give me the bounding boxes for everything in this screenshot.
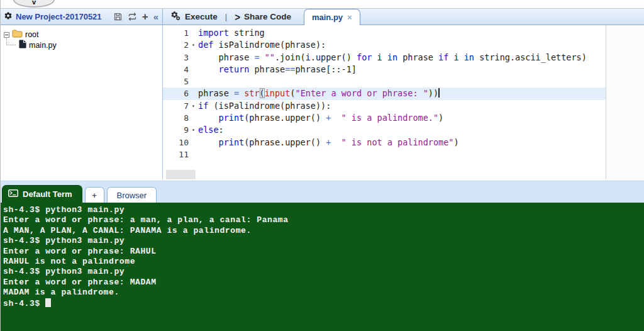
code-line[interactable]: 10 print(phrase.upper() + " is not a pal… — [163, 137, 606, 149]
gears-icon — [170, 11, 181, 23]
code-text: return phrase==phrase[::-1] — [198, 64, 606, 76]
terminal-tab-bar: Default Term + Browser — [1, 181, 644, 203]
terminal-line: Enter a word or phrase: RAHUL — [3, 247, 644, 257]
execute-label: Execute — [185, 12, 218, 21]
project-header: New Project-20170521 + « — [1, 9, 163, 25]
line-number[interactable]: 2 — [163, 39, 191, 51]
code-text: print(phrase.upper() + " is a palindrome… — [198, 112, 606, 124]
code-line[interactable]: 8 print(phrase.upper() + " is a palindro… — [163, 112, 606, 124]
collapse-left-icon[interactable]: « — [153, 12, 158, 22]
tree-file-label: main.py — [29, 41, 57, 50]
editor-toolbar: Execute | > Share Code main.py × — [163, 9, 644, 25]
file-tree-panel: root main.py — [1, 25, 163, 179]
collapse-minus-icon[interactable] — [4, 32, 9, 38]
code-line[interactable]: 5 — [163, 76, 606, 87]
fold-spacer — [191, 76, 198, 87]
code-text: else: — [198, 124, 606, 136]
tab-browser[interactable]: Browser — [107, 187, 157, 203]
terminal-line: sh-4.3$ — [3, 298, 644, 309]
tab-main-py[interactable]: main.py × — [304, 9, 360, 25]
terminal-icon — [8, 189, 18, 199]
fold-marker-icon[interactable]: ▾ — [191, 100, 198, 112]
code-line[interactable]: 6phrase = str(input("Enter a word or phr… — [163, 87, 606, 99]
terminal-cursor — [45, 298, 51, 307]
code-text: phrase = str(input("Enter a word or phra… — [198, 87, 606, 99]
code-text — [198, 149, 606, 160]
ide-window: v New Project-20170521 + « — [0, 0, 644, 331]
file-icon — [19, 40, 26, 50]
code-line[interactable]: 9▾else: — [163, 124, 606, 136]
line-number[interactable]: 1 — [163, 27, 191, 39]
share-arrow-icon: > — [235, 11, 240, 23]
line-number[interactable]: 10 — [163, 137, 191, 149]
code-text: if (isPalindrome(phrase)): — [198, 100, 606, 112]
terminal-output[interactable]: sh-4.3$ python3 main.pyEnter a word or p… — [1, 203, 644, 331]
terminal-line: Enter a word or phrase: MADAM — [3, 278, 644, 288]
line-number[interactable]: 4 — [163, 64, 191, 76]
line-number[interactable]: 6 — [163, 87, 191, 99]
bottom-panel: Default Term + Browser sh-4.3$ python3 m… — [1, 181, 644, 331]
terminal-line: RAHUL is not a palindrome — [3, 257, 644, 267]
tab-default-term[interactable]: Default Term — [2, 185, 82, 203]
fold-spacer — [191, 87, 198, 99]
terminal-line: MADAM is a palindrome. — [3, 288, 644, 298]
toolbar-separator: | — [225, 12, 227, 21]
terminal-line: sh-4.3$ python3 main.py — [3, 267, 644, 277]
code-text: def isPalindrome(phrase): — [198, 39, 606, 51]
code-line[interactable]: 4 return phrase==phrase[::-1] — [163, 64, 606, 76]
code-editor[interactable]: 1import string2▾def isPalindrome(phrase)… — [163, 25, 606, 179]
line-number[interactable]: 3 — [163, 52, 191, 64]
fold-marker-icon[interactable]: ▾ — [191, 124, 198, 136]
editor-scrollbar-area[interactable] — [606, 25, 644, 179]
line-number[interactable]: 5 — [163, 76, 191, 87]
editor-scroll-corner — [166, 170, 196, 179]
share-code-label: Share Code — [244, 12, 291, 21]
main-area: root main.py 1import string2▾def isPalin… — [1, 25, 644, 179]
fold-spacer — [191, 64, 198, 76]
tab-browser-label: Browser — [117, 191, 147, 200]
code-text: print(phrase.upper() + " is not a palind… — [198, 137, 606, 149]
tree-root-label: root — [25, 30, 39, 39]
tab-add-terminal[interactable]: + — [85, 187, 104, 203]
fold-spacer — [191, 149, 198, 160]
terminal-line: sh-4.3$ python3 main.py — [3, 205, 644, 215]
fold-spacer — [191, 137, 198, 149]
plus-icon: + — [92, 191, 97, 200]
tab-default-term-label: Default Term — [23, 189, 72, 199]
code-line[interactable]: 3 phrase = "".join(i.upper() for i in ph… — [163, 52, 606, 64]
terminal-line: A MAN, A PLAN, A CANAL: PANAMA is a pali… — [3, 226, 644, 236]
tree-item-main-py[interactable]: main.py — [6, 40, 162, 50]
line-number[interactable]: 8 — [163, 112, 191, 124]
code-line[interactable]: 7▾if (isPalindrome(phrase)): — [163, 100, 606, 112]
fold-spacer — [191, 27, 198, 39]
tree-item-root[interactable]: root — [4, 30, 162, 40]
terminal-line: Enter a word or phrase: a man, a plan, a… — [3, 215, 644, 225]
execute-button[interactable]: Execute — [170, 11, 218, 23]
save-icon[interactable] — [113, 12, 123, 21]
top-strip: v — [1, 0, 644, 8]
line-number[interactable]: 9 — [163, 124, 191, 136]
code-line[interactable]: 2▾def isPalindrome(phrase): — [163, 39, 606, 51]
close-icon[interactable]: × — [347, 14, 352, 21]
fold-spacer — [191, 112, 198, 124]
gear-icon[interactable] — [4, 11, 13, 23]
code-text — [198, 76, 606, 87]
code-line[interactable]: 11 — [163, 149, 606, 160]
text-cursor — [438, 88, 440, 98]
fold-spacer — [191, 52, 198, 64]
chevron-down-icon: v — [32, 0, 36, 6]
line-number[interactable]: 11 — [163, 149, 191, 160]
add-icon[interactable]: + — [142, 12, 148, 22]
code-text: import string — [198, 27, 606, 39]
project-title: New Project-20170521 — [16, 12, 102, 21]
panel-collapse-toggle[interactable]: v — [13, 0, 55, 8]
fold-marker-icon[interactable]: ▾ — [191, 39, 198, 51]
terminal-line: sh-4.3$ python3 main.py — [3, 236, 644, 246]
line-number[interactable]: 7 — [163, 100, 191, 112]
code-text: phrase = "".join(i.upper() for i in phra… — [198, 52, 606, 64]
tab-main-py-label: main.py — [312, 13, 343, 22]
share-code-button[interactable]: > Share Code — [235, 11, 291, 22]
refresh-icon[interactable] — [128, 12, 137, 21]
toolbar: New Project-20170521 + « Execute | — [1, 8, 644, 25]
code-line[interactable]: 1import string — [163, 27, 606, 39]
